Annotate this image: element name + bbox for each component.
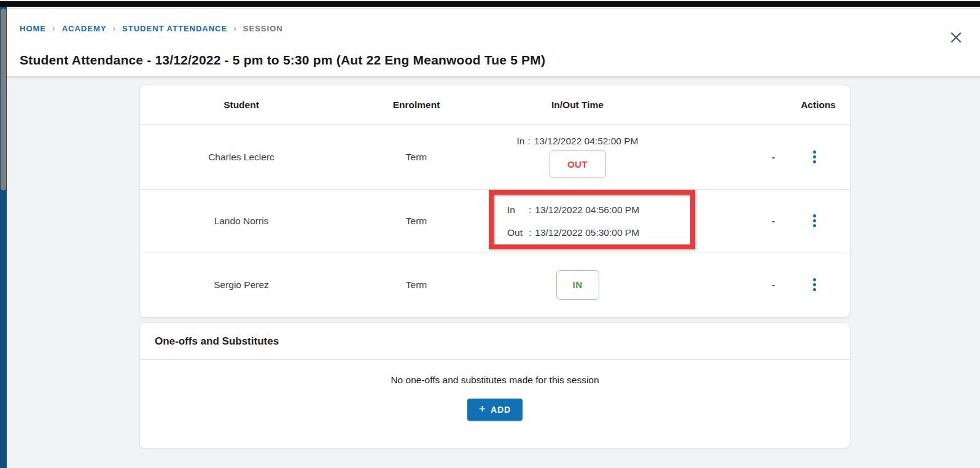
in-timestamp: 13/12/2022 04:52:00 PM — [534, 136, 639, 146]
student-name: Charles Leclerc — [140, 152, 343, 163]
kebab-menu-icon[interactable] — [811, 147, 819, 167]
student-name: Lando Norris — [140, 216, 343, 227]
close-icon[interactable] — [949, 30, 963, 45]
in-time-text: In:13/12/2022 04:52:00 PM — [516, 136, 638, 147]
column-header-inout-time: In/Out Time — [490, 99, 665, 111]
left-scrollbar-rail — [0, 7, 7, 468]
enrolment-type: Term — [343, 279, 490, 291]
attendance-table-card: Student Enrolment In/Out Time Actions Ch… — [139, 85, 850, 318]
kebab-menu-icon[interactable] — [811, 211, 819, 231]
student-name: Sergio Perez — [140, 279, 343, 291]
in-timestamp: 13/12/2022 04:56:00 PM — [535, 205, 639, 215]
column-header-actions: Actions — [665, 99, 850, 111]
oneoffs-card: One-offs and Substitutes No one-offs and… — [139, 322, 850, 448]
chevron-separator-icon: › — [52, 23, 56, 33]
oneoffs-card-title: One-offs and Substitutes — [140, 323, 850, 360]
breadcrumb-session: SESSION — [243, 24, 283, 33]
top-black-bar — [0, 1, 980, 7]
page-title: Student Attendance - 13/12/2022 - 5 pm t… — [20, 53, 545, 68]
enrolment-type: Term — [343, 216, 490, 227]
out-time-text: Out:13/12/2022 05:30:00 PM — [507, 223, 639, 242]
out-timestamp: 13/12/2022 05:30:00 PM — [535, 227, 639, 238]
comment-placeholder: - — [772, 152, 775, 162]
empty-state-message: No one-offs and substitutes made for thi… — [391, 375, 599, 386]
table-header-row: Student Enrolment In/Out Time Actions — [140, 85, 850, 125]
page-header: HOME › ACADEMY › STUDENT ATTENDANCE › SE… — [7, 9, 980, 77]
column-header-enrolment: Enrolment — [343, 99, 490, 111]
oneoffs-card-body: No one-offs and substitutes made for thi… — [140, 360, 850, 421]
in-label: In — [516, 136, 524, 147]
actions-cell: - — [665, 211, 850, 231]
table-row: Lando Norris Term In:13/12/2022 04:56:00… — [140, 190, 850, 252]
actions-cell: - — [665, 275, 850, 295]
breadcrumb: HOME › ACADEMY › STUDENT ATTENDANCE › SE… — [20, 23, 283, 33]
comment-placeholder: - — [772, 216, 775, 226]
out-button[interactable]: OUT — [550, 150, 606, 178]
chevron-separator-icon: › — [112, 23, 116, 33]
table-row: Charles Leclerc Term In:13/12/2022 04:52… — [140, 125, 850, 190]
in-time-text: In:13/12/2022 04:56:00 PM — [507, 200, 639, 219]
colon: : — [527, 136, 530, 146]
out-label: Out — [507, 223, 526, 242]
colon: : — [529, 227, 531, 238]
actions-cell: - — [665, 147, 850, 167]
breadcrumb-academy[interactable]: ACADEMY — [62, 24, 107, 33]
colon: : — [529, 205, 531, 215]
chevron-separator-icon: › — [233, 23, 237, 33]
scrollbar-thumb[interactable] — [1, 9, 6, 190]
inout-time-cell: IN — [490, 270, 665, 300]
in-label: In — [507, 200, 526, 219]
breadcrumb-student-attendance[interactable]: STUDENT ATTENDANCE — [122, 24, 227, 33]
column-header-student: Student — [140, 99, 343, 111]
enrolment-type: Term — [343, 152, 490, 163]
kebab-menu-icon[interactable] — [811, 275, 819, 295]
comment-placeholder: - — [772, 279, 775, 290]
table-row: Sergio Perez Term IN - — [140, 252, 850, 317]
add-button-label: ADD — [491, 405, 511, 415]
breadcrumb-home[interactable]: HOME — [20, 24, 46, 33]
inout-time-cell: In:13/12/2022 04:52:00 PM OUT — [490, 136, 665, 178]
in-button[interactable]: IN — [556, 270, 599, 300]
plus-icon: + — [479, 402, 486, 416]
add-button[interactable]: + ADD — [467, 399, 523, 421]
inout-time-cell: In:13/12/2022 04:56:00 PM Out:13/12/2022… — [490, 200, 665, 242]
